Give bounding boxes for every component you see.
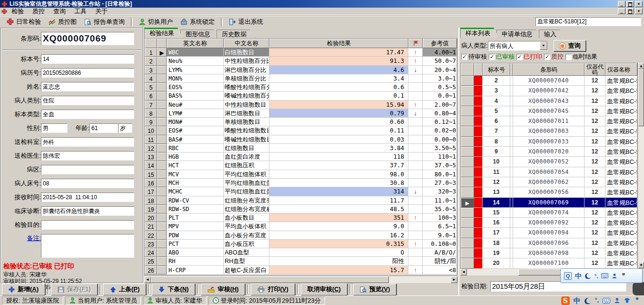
sample-vscrollbar[interactable]: ▲ ▼ [638,63,644,268]
scroll-thumb[interactable] [151,276,389,283]
sample-row[interactable]: 20XQ00000710012血常规BC-5 [461,258,637,268]
menu-tools[interactable]: 工具 [70,7,91,16]
scroll-left-arrow[interactable]: ◄ [460,269,467,275]
sample-row[interactable]: 6XQ00000701112血常规BC-5 [461,116,637,126]
sex-input[interactable] [41,123,68,133]
scroll-right-arrow[interactable]: ► [451,276,457,283]
patient-type-input[interactable] [41,96,134,105]
punctuation-icon[interactable]: °, [595,297,599,304]
next-record-button[interactable]: 下条(N) [152,284,195,295]
sogou-icon[interactable]: S [561,296,570,305]
case-no-input[interactable] [41,68,134,78]
scroll-thumb[interactable] [638,69,644,126]
save-button[interactable]: 保存(F1) [51,284,98,295]
sample-row[interactable]: 8XQ00000703312血常规BC-5 [461,137,637,147]
dept-input[interactable] [41,137,134,147]
wrench-icon[interactable] [634,297,640,304]
result-row[interactable]: 15MCV平均红细胞体积98.080.0~1 [145,170,457,179]
preview-button[interactable]: 预览(V) [353,284,396,295]
shirt-icon[interactable] [624,297,630,304]
result-row[interactable]: 20PLT血小板数目351↑100~3 [145,214,457,222]
qc-chart-button[interactable]: 质控图 [45,17,80,27]
scroll-left-arrow[interactable]: ◄ [144,276,151,283]
result-row[interactable]: 21MPV平均血小板体积9.06.5~1 [145,222,457,231]
tab-history-data[interactable]: 历史数据 [217,30,256,38]
scroll-down-arrow[interactable]: ▼ [638,262,644,268]
ime-logo-icon[interactable]: Q [564,272,572,280]
user-icon[interactable] [612,273,617,279]
result-row[interactable]: 5EOS%嗜酸性粒细胞百分0.60.5~5 [145,83,457,92]
ward-input[interactable] [41,165,134,174]
recv-time-input[interactable] [41,193,134,202]
barcode-input[interactable] [41,32,134,45]
sample-row[interactable]: 11XQ00000705412血常规BC-5 [461,167,637,177]
sample-row[interactable]: 16XQ00000709212血常规BC-5 [461,218,637,228]
result-row[interactable]: 26H-CRP超敏C-反应蛋白15.7↑<8 [145,266,457,274]
daily-test-button[interactable]: 日常检验 [3,17,45,27]
sample-row[interactable]: ▶14XQ00000706912血常规BC-5 [461,198,637,208]
cancel-audit-button[interactable]: 取消审核(C) [301,284,347,295]
patient-type-dropdown[interactable]: 所有病人 ▼ [488,41,548,51]
result-row[interactable]: 23PCT血小板压积0.315↑0.108~0 [145,240,457,248]
result-row[interactable]: 8LYM#淋巴细胞数目0.79↓0.80~4 [145,109,457,118]
sample-row[interactable]: 10XQ00000705212血常规BC-5 [461,157,637,167]
child-minimize-button[interactable]: _ [618,8,625,14]
result-row[interactable]: 1▶WBC白细胞数目17.47↑4.00~1 [145,48,457,57]
query-button[interactable]: 搜 查询 [554,40,586,51]
result-row[interactable]: 2Neu%中性粒细胞百分比91.3↑50.0~7 [145,57,457,65]
user-icon[interactable] [614,297,620,304]
result-row[interactable]: 7Neu#中性粒细胞数目15.94↑2.00~7 [145,101,457,109]
child-restore-button[interactable] [626,8,634,14]
filter-checkbox[interactable]: ✓ [461,54,467,60]
result-row[interactable]: 17MCHC平均红细胞血红蛋314↓320~3 [145,187,457,196]
result-row[interactable]: 24ABOABO血型OA/B/O/ [145,248,457,257]
diagnosis-input[interactable] [41,206,134,216]
bed-no-input[interactable] [41,179,134,188]
sample-row[interactable]: 15XQ00000707412血常规BC-5 [461,208,637,218]
system-lock-button[interactable]: 系统锁定 [177,17,218,27]
keyboard-icon[interactable] [601,273,608,278]
menu-test[interactable]: 检验 [7,7,28,16]
prev-record-button[interactable]: 上条(P) [103,284,146,295]
result-row[interactable]: 18RDW-CV红细胞分布宽度变11.711.0~1 [145,196,457,205]
sample-row[interactable]: 9XQ00000702012血常规BC-5 [461,147,637,157]
results-hscrollbar[interactable]: ◄ ► [144,276,457,283]
result-row[interactable]: 13HGB血红蛋白浓度118110~1 [145,152,457,161]
result-row[interactable]: 10EOS#嗜酸性粒细胞数目0.110.02~0 [145,126,457,135]
filter-checkbox[interactable]: ✓ [489,54,495,60]
sample-row[interactable]: 17XQ00000709412血常规BC-5 [461,228,637,238]
age-input[interactable] [89,123,118,133]
tab-request-info[interactable]: 申请单信息 [496,30,542,38]
result-row[interactable]: 3LYM%淋巴细胞百分比4.6↓20.0~4 [145,66,457,74]
wrench-icon[interactable] [621,273,626,279]
sample-row[interactable]: 19XQ00000709812血常规BC-5 [461,248,637,258]
exit-system-button[interactable]: 退出系统 [225,17,267,27]
menu-about[interactable]: 关于 [91,7,112,16]
menu-qc[interactable]: 质控 [28,7,49,16]
purpose-input[interactable] [41,220,134,230]
name-input[interactable] [41,82,134,92]
moon-icon[interactable] [585,273,591,279]
filter-checkbox[interactable]: ✓ [516,54,523,60]
minimize-button[interactable]: _ [618,1,625,7]
close-button[interactable]: × [635,1,643,7]
result-row[interactable]: 11BAS#嗜碱性粒细胞数目0.030.00~0 [145,135,457,144]
new-button[interactable]: 新增(A) [2,284,45,295]
sample-row[interactable]: 4XQ00000704312血常规BC-5 [461,96,637,106]
remark-label[interactable]: 备注: [2,234,41,243]
remark-textarea[interactable] [41,234,134,258]
filter-checkbox[interactable] [565,54,572,60]
result-row[interactable]: 22PDW血小板分布宽度16.29.0~1 [145,231,457,240]
result-row[interactable]: 14HCT红细胞压积37.737.0~5 [145,161,457,170]
menu-query[interactable]: 查询 [49,7,70,16]
sample-row[interactable]: 5XQ00000704512血常规BC-5 [461,106,637,116]
keyboard-icon[interactable] [603,298,610,304]
sample-row[interactable]: 2XQ00000704012血常规BC-5 [461,76,637,86]
tab-sample-list[interactable]: 样本列表 [460,28,499,38]
sample-row[interactable]: 3XQ00000704212血常规BC-5 [461,86,637,96]
child-close-button[interactable]: × [635,8,643,14]
result-row[interactable]: 16MCH平均红细胞血红蛋30.827.0~3 [145,179,457,187]
tab-graph-info[interactable]: 图形信息 [180,30,219,38]
sample-row[interactable]: 13XQ00000705612血常规BC-5 [461,187,637,197]
result-row[interactable]: 4MON%单核细胞百分比3.43.0~1 [145,74,457,83]
